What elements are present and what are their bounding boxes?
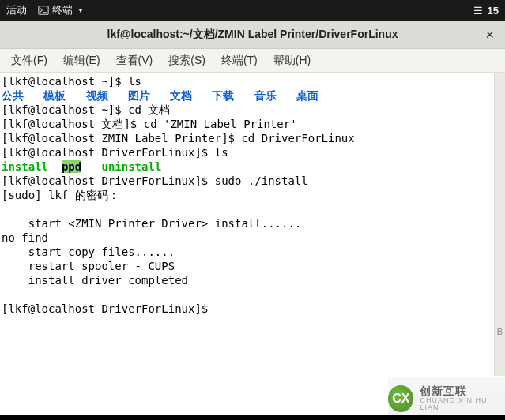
watermark-line2: CHUANG XIN HU LIAN	[420, 397, 505, 412]
watermark-text: 创新互联 CHUANG XIN HU LIAN	[420, 385, 505, 412]
prompt: [lkf@localhost DriverForLinux]$	[2, 174, 215, 187]
menu-search[interactable]: 搜索(S)	[160, 51, 213, 71]
prompt: [lkf@localhost ~]$	[2, 103, 128, 116]
command-text: cd 文档	[128, 103, 170, 116]
topbar-right: ☰ 15	[473, 5, 499, 17]
dir-pictures: 图片	[128, 89, 150, 102]
close-button[interactable]: ×	[481, 24, 499, 44]
dropdown-triangle-icon: ▼	[77, 7, 84, 14]
dir-templates: 模板	[43, 89, 66, 102]
window-titlebar: lkf@localhost:~/文档/ZMIN Label Printer/Dr…	[0, 21, 505, 49]
date-fragment: 15	[488, 5, 499, 17]
activities-button[interactable]: 活动	[6, 3, 27, 17]
dir-documents: 文档	[170, 89, 192, 102]
watermark: CX 创新互联 CHUANG XIN HU LIAN	[388, 377, 505, 420]
menu-file[interactable]: 文件(F)	[3, 51, 55, 71]
dir-ppd: ppd	[62, 160, 81, 173]
bottom-strip	[0, 415, 505, 420]
prompt: [lkf@localhost 文档]$	[2, 118, 144, 130]
hamburger-icon[interactable]: ☰	[473, 5, 483, 17]
watermark-line1: 创新互联	[420, 385, 505, 397]
menu-help[interactable]: 帮助(H)	[266, 51, 318, 71]
output-line: install driver completed	[2, 274, 188, 287]
menubar: 文件(F) 编辑(E) 查看(V) 搜索(S) 终端(T) 帮助(H)	[0, 49, 505, 73]
terminal-app-label: 终端	[52, 3, 73, 17]
menu-view[interactable]: 查看(V)	[108, 51, 161, 71]
command-text: cd 'ZMIN Label Printer'	[144, 118, 297, 130]
menu-terminal[interactable]: 终端(T)	[213, 51, 266, 71]
dir-public: 公共	[2, 89, 24, 102]
terminal-app-indicator[interactable]: 终端 ▼	[38, 3, 84, 17]
scrollbar[interactable]: B	[494, 73, 505, 376]
prompt: [lkf@localhost DriverForLinux]$	[2, 302, 215, 315]
topbar-left: 活动 终端 ▼	[6, 3, 84, 17]
command-text: ls	[215, 146, 228, 159]
window-title: lkf@localhost:~/文档/ZMIN Label Printer/Dr…	[107, 28, 398, 42]
command-text: ls	[128, 75, 141, 88]
command-text: sudo ./install	[215, 174, 308, 187]
exec-install: install	[2, 160, 48, 173]
output-line: [sudo] lkf 的密码：	[2, 189, 119, 201]
terminal-icon	[38, 5, 49, 16]
exec-uninstall: uninstall	[101, 160, 161, 173]
dir-videos: 视频	[86, 89, 108, 102]
svg-rect-0	[39, 6, 48, 15]
watermark-logo-icon: CX	[388, 385, 413, 412]
prompt: [lkf@localhost DriverForLinux]$	[2, 146, 215, 159]
dir-music: 音乐	[254, 89, 277, 102]
prompt: [lkf@localhost ZMIN Label Printer]$	[2, 132, 241, 144]
dir-desktop: 桌面	[296, 89, 318, 102]
gnome-topbar: 活动 终端 ▼ ☰ 15	[0, 0, 505, 21]
dir-downloads: 下载	[212, 89, 234, 102]
output-line: start copy files......	[2, 246, 175, 258]
output-line: start <ZMIN Printer Driver> install.....…	[2, 217, 301, 230]
scrollbar-marker: B	[495, 327, 505, 336]
output-line: restart spooler - CUPS	[2, 260, 175, 272]
terminal-output[interactable]: [lkf@localhost ~]$ ls 公共 模板 视频 图片 文档 下载 …	[0, 73, 494, 376]
prompt: [lkf@localhost ~]$	[2, 75, 128, 88]
command-text: cd DriverForLinux	[241, 132, 354, 144]
terminal-wrapper: [lkf@localhost ~]$ ls 公共 模板 视频 图片 文档 下载 …	[0, 73, 505, 376]
output-line: no find	[2, 231, 48, 244]
menu-edit[interactable]: 编辑(E)	[55, 51, 108, 71]
